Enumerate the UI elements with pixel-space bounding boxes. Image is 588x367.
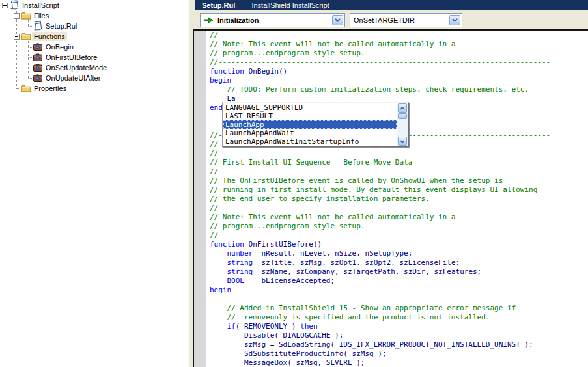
event-category-value: Initialization: [217, 16, 259, 24]
tree-item-label[interactable]: InstallScript: [20, 1, 61, 10]
code-line: [210, 295, 550, 304]
code-line: string szName, szCompany, szTargetPath, …: [210, 267, 550, 277]
scroll-up-button[interactable]: [398, 103, 407, 113]
tree-item-onupdateuiafter[interactable]: OnUpdateUIAfter: [0, 73, 189, 83]
function-icon: [33, 62, 43, 73]
code-line: BOOL bLicenseAccepted;: [210, 277, 550, 286]
code-line: szMsg = SdLoadString( IDS_IFX_ERROR_PROD…: [210, 340, 550, 349]
tree-item-label[interactable]: Properties: [32, 84, 68, 93]
code-line: // Added in InstallShield 15 - Show an a…: [210, 304, 550, 313]
tree-item-label[interactable]: Setup.Rul: [44, 21, 79, 31]
popup-scrollbar[interactable]: [397, 103, 408, 146]
code-line: begin: [210, 76, 550, 85]
tree-item-label[interactable]: OnFirstUIBefore: [44, 53, 99, 62]
code-line: number nResult, nLevel, nSize, nSetupTyp…: [210, 249, 550, 258]
chevron-down-icon: [335, 18, 341, 22]
editor-toolbar: Initialization OnSetTARGETDIR: [195, 10, 588, 29]
function-icon: [33, 73, 43, 83]
code-line: // Note: This event will not be called a…: [210, 40, 550, 49]
code-line: //: [210, 31, 550, 40]
tree-item-onbegin[interactable]: OnBegin: [0, 42, 189, 52]
editor-gutter: [194, 31, 206, 367]
code-line: // -removeonly is specified and the prod…: [210, 313, 550, 322]
chevron-up-icon: [400, 107, 405, 110]
scroll-down-button[interactable]: [398, 137, 407, 146]
tree-item-label[interactable]: Files: [32, 11, 51, 20]
script-icon: [33, 21, 43, 31]
folder-icon: [21, 83, 31, 94]
code-text: //// Note: This event will not be called…: [210, 31, 550, 367]
code-line: function OnFirstUIBefore(): [210, 240, 550, 249]
folder-icon: [21, 31, 31, 42]
folder-icon: [21, 10, 31, 21]
tree-item-installscript[interactable]: InstallScript: [0, 0, 189, 10]
tree-item-functions[interactable]: Functions: [0, 31, 189, 42]
code-line: // First Install UI Sequence - Before Mo…: [210, 158, 550, 167]
script-explorer-tree: InstallScriptFilesSetup.RulFunctionsOnBe…: [0, 0, 189, 367]
tree-item-onsetupdatemode[interactable]: OnSetUpdateMode: [0, 62, 189, 73]
code-line: SdSubstituteProductInfo( szMsg );: [210, 349, 550, 359]
tree-item-onfirstuibefore[interactable]: OnFirstUIBefore: [0, 52, 189, 62]
chevron-down-icon: [452, 18, 458, 22]
installshield-installscript-view: InstallScriptFilesSetup.RulFunctionsOnBe…: [0, 0, 588, 367]
view-name-label: InstallShield InstallScript: [251, 1, 329, 9]
code-line: // running in first install mode. By def…: [210, 185, 550, 195]
code-line: //: [210, 204, 550, 213]
collapse-toggle-icon[interactable]: [14, 13, 20, 19]
tree-item-label[interactable]: Functions: [32, 32, 67, 41]
tree-item-files[interactable]: Files: [0, 10, 189, 21]
event-category-dropdown[interactable]: Initialization: [200, 13, 345, 27]
chevron-down-icon: [400, 140, 405, 143]
code-line: begin: [210, 286, 550, 295]
event-handler-dropdown-button[interactable]: [449, 15, 460, 25]
event-category-dropdown-button[interactable]: [332, 15, 343, 25]
autocomplete-item[interactable]: LaunchAppAndWaitInitStartupInfo: [223, 137, 397, 146]
autocomplete-item[interactable]: LaunchApp: [223, 120, 397, 129]
green-arrow-icon: [204, 17, 214, 23]
tree-item-label[interactable]: OnSetUpdateMode: [44, 63, 109, 72]
code-line: // program...endprogram style setup.: [210, 49, 550, 58]
event-handler-value: OnSetTARGETDIR: [354, 16, 415, 24]
code-line: Disable( DIALOGCACHE );: [210, 331, 550, 340]
tree-item-setup-rul[interactable]: Setup.Rul: [0, 21, 189, 31]
code-line: // the end user to specify installation …: [210, 195, 550, 204]
autocomplete-item[interactable]: LaunchAppAndWait: [223, 129, 397, 137]
collapse-toggle-icon[interactable]: [2, 3, 8, 8]
code-line: MessageBox( szMsg, SEVERE );: [210, 359, 550, 367]
code-line: function OnBegin(): [210, 67, 550, 76]
function-icon: [33, 52, 43, 62]
tree-item-label[interactable]: OnBegin: [44, 42, 76, 51]
scrollbar-thumb[interactable]: [398, 113, 407, 119]
code-line: // Note: This event will not be called a…: [210, 213, 550, 222]
code-editor[interactable]: //// Note: This event will not be called…: [193, 29, 588, 367]
autocomplete-list: LANGUAGE_SUPPORTEDLAST_RESULTLaunchAppLa…: [223, 103, 397, 146]
code-line: // The OnFirstUIBefore event is called b…: [210, 176, 550, 185]
code-line: //: [210, 149, 550, 158]
code-line: //: [210, 167, 550, 176]
file-name-label: Setup.Rul: [202, 1, 235, 9]
function-icon: [33, 42, 43, 52]
code-line: //--------------------------------------…: [210, 58, 550, 67]
collapse-toggle-icon[interactable]: [14, 34, 20, 40]
code-line: // TODO: Perform custom initialization s…: [210, 85, 550, 94]
code-line: //--------------------------------------…: [210, 231, 550, 240]
autocomplete-item[interactable]: LAST_RESULT: [223, 112, 397, 120]
autocomplete-item[interactable]: LANGUAGE_SUPPORTED: [223, 103, 397, 112]
text-caret: [236, 94, 236, 102]
code-line: if( REMOVEONLY ) then: [210, 322, 550, 331]
view-header: Setup.Rul InstallShield InstallScript: [195, 0, 588, 10]
code-line: // program...endprogram style setup.: [210, 222, 550, 231]
script-editor-panel: Setup.Rul InstallShield InstallScript In…: [195, 0, 588, 367]
script-icon: [9, 0, 20, 10]
autocomplete-popup: LANGUAGE_SUPPORTEDLAST_RESULTLaunchAppLa…: [222, 102, 409, 147]
event-handler-dropdown[interactable]: OnSetTARGETDIR: [350, 13, 462, 27]
code-line: string szTitle, szMsg, szOpt1, szOpt2, s…: [210, 258, 550, 267]
tree-item-label[interactable]: OnUpdateUIAfter: [44, 74, 102, 83]
tree-item-properties[interactable]: Properties: [0, 83, 189, 94]
